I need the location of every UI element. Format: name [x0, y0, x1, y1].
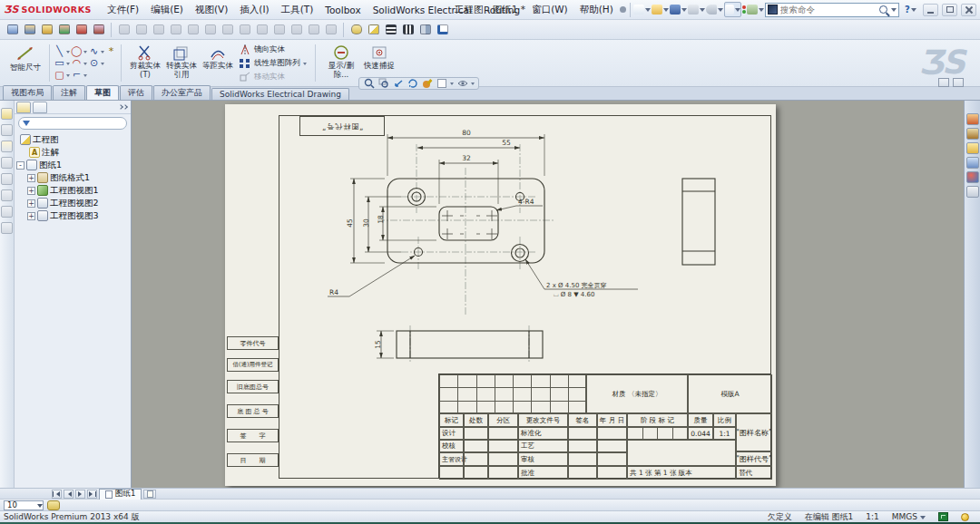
drawing-sheet[interactable]: “图样代号”	[225, 104, 776, 486]
custom-properties-icon[interactable]	[966, 186, 979, 198]
zoom-area-icon[interactable]	[377, 78, 389, 89]
menu-file[interactable]: 文件(F)	[102, 2, 144, 18]
tab-sw-electrical-drawing[interactable]: SolidWorks Electrical Drawing	[211, 88, 349, 100]
expand-panel-icon[interactable]	[938, 78, 949, 87]
new-document-button[interactable]	[633, 2, 651, 17]
offset-entities-button[interactable]: 等距实体	[200, 42, 236, 84]
tab-office-products[interactable]: 办公室产品	[153, 85, 211, 100]
tree-item-drawing-view1[interactable]: + 工程图视图1	[15, 184, 131, 197]
edit-appearance-icon[interactable]	[421, 78, 433, 89]
tab-evaluate[interactable]: 评估	[120, 85, 152, 100]
sheet-tab-active[interactable]: 图纸1	[99, 489, 142, 500]
display-style-icon[interactable]	[436, 78, 447, 89]
rebuild-button[interactable]	[742, 2, 746, 17]
tree-item-drawing[interactable]: 工程图	[15, 133, 131, 146]
ellipse-tool-icon[interactable]: ⊙	[88, 58, 100, 68]
save-button[interactable]	[670, 2, 687, 17]
open-button[interactable]	[652, 2, 669, 17]
search-input[interactable]	[780, 5, 877, 15]
circle-tool-icon[interactable]: ◯	[71, 46, 83, 56]
mirror-entities-button[interactable]: 镜向实体	[239, 44, 307, 56]
color-display-mode-icon[interactable]	[435, 23, 450, 37]
spline-tool-icon[interactable]: ∿	[88, 46, 100, 56]
filter-input[interactable]	[33, 120, 122, 128]
layer-properties-icon[interactable]	[348, 23, 364, 37]
graphics-area[interactable]: “图样代号”	[132, 101, 964, 488]
property-manager-tab[interactable]	[33, 102, 47, 113]
dimension-lines[interactable]	[354, 138, 544, 358]
prev-sheet-icon[interactable]	[64, 490, 74, 499]
point-tool-icon[interactable]: *	[105, 46, 117, 56]
feature-tree-tab[interactable]	[16, 102, 31, 113]
help-button[interactable]: ?	[902, 2, 919, 17]
hide-show-items-icon[interactable]	[456, 78, 468, 89]
menu-insert[interactable]: 插入(I)	[234, 2, 274, 18]
expand-toggle[interactable]: +	[27, 174, 35, 182]
rectangle-tool-icon[interactable]: ▭	[54, 58, 65, 68]
line-color-icon[interactable]	[366, 23, 381, 37]
undo-button[interactable]	[706, 2, 723, 17]
tree-item-drawing-view2[interactable]: + 工程图视图2	[15, 197, 131, 209]
units-caret[interactable]	[920, 516, 926, 522]
print-button[interactable]	[688, 2, 705, 17]
task-scheduler-icon[interactable]	[39, 23, 54, 37]
last-sheet-icon[interactable]	[87, 490, 97, 499]
options-button[interactable]	[747, 2, 764, 17]
top-view[interactable]	[387, 179, 544, 263]
new-window-icon[interactable]	[5, 23, 20, 37]
layer-dropdown[interactable]: 10	[4, 500, 44, 510]
command-search[interactable]	[765, 3, 899, 17]
linear-sketch-pattern-button[interactable]: 线性草图阵列	[239, 57, 307, 70]
arc-tool-icon[interactable]: ◠	[71, 58, 83, 68]
menu-view[interactable]: 视图(V)	[190, 2, 233, 18]
collapse-panel-icon[interactable]	[119, 105, 129, 109]
expand-toggle[interactable]: +	[27, 187, 35, 195]
hide-show-edges-icon[interactable]	[417, 23, 433, 37]
side-view[interactable]	[682, 179, 715, 265]
user-tools-icon[interactable]	[56, 23, 72, 37]
menu-edit[interactable]: 编辑(E)	[145, 2, 189, 18]
add-sheet-icon[interactable]	[143, 490, 156, 499]
line-tool-icon[interactable]: ╲	[54, 46, 65, 56]
view-palette-icon[interactable]	[966, 157, 979, 169]
trim-entities-button[interactable]: 剪裁实体(T)	[127, 42, 163, 84]
menu-tools[interactable]: 工具(T)	[276, 2, 319, 18]
menu-help[interactable]: 帮助(H)	[574, 2, 619, 18]
tree-filter[interactable]	[18, 117, 127, 130]
next-sheet-icon[interactable]	[75, 490, 85, 499]
front-view[interactable]	[397, 331, 543, 358]
display-style-caret[interactable]	[450, 82, 454, 87]
design-library-icon[interactable]	[966, 128, 979, 140]
rotate-view-icon[interactable]	[407, 78, 418, 89]
tab-sketch[interactable]: 草图	[86, 85, 119, 100]
tab-view-layout[interactable]: 视图布局	[3, 85, 52, 100]
menu-routing[interactable]: Routing	[478, 3, 525, 17]
line-thickness-icon[interactable]	[383, 23, 398, 37]
slot-tool-icon[interactable]: ▢	[54, 70, 65, 80]
note-tool-icon[interactable]	[1, 108, 13, 120]
fullscreen-icon[interactable]	[953, 78, 964, 87]
collapse-toggle[interactable]: -	[16, 161, 24, 170]
tree-item-annotations[interactable]: A 注解	[15, 146, 131, 159]
search-dropdown-caret[interactable]	[891, 8, 897, 15]
select-tool-button[interactable]	[724, 2, 741, 17]
edit-tool-icon[interactable]	[91, 23, 106, 37]
quick-tips-icon[interactable]	[961, 513, 969, 521]
close-button[interactable]	[961, 4, 976, 16]
file-explorer-icon[interactable]	[966, 142, 979, 154]
hide-show-caret[interactable]	[471, 82, 475, 87]
dimension-texts[interactable]: 80 55 32 45 30 18 15	[346, 129, 511, 349]
sw-resources-icon[interactable]	[966, 113, 979, 125]
leader-callouts[interactable]: 4-R4 R4 2 x Ø 4.50 完全贯穿 ⌴ Ø 8 ▼ 4.60	[328, 198, 638, 298]
first-sheet-icon[interactable]	[52, 490, 62, 499]
appearances-icon[interactable]	[966, 171, 979, 183]
measure-tool-icon[interactable]	[74, 23, 89, 37]
line-style-icon[interactable]	[400, 23, 416, 37]
tree-item-sheet-format1[interactable]: + 图纸格式1	[15, 171, 131, 184]
units-selector[interactable]: MMGS	[892, 512, 926, 522]
zoom-fit-icon[interactable]	[363, 78, 375, 89]
menu-window[interactable]: 窗口(W)	[526, 2, 573, 18]
expand-toggle[interactable]: +	[27, 199, 35, 208]
layer-properties-button[interactable]	[47, 500, 60, 510]
surface-finish-tool-icon[interactable]	[1, 141, 13, 152]
